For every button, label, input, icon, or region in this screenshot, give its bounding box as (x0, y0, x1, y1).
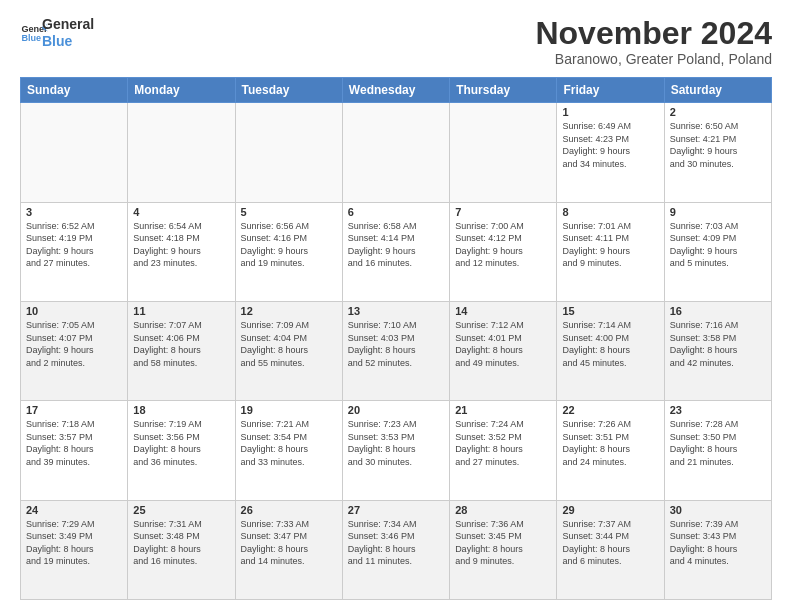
calendar-cell: 25Sunrise: 7:31 AM Sunset: 3:48 PM Dayli… (128, 500, 235, 599)
header-day: Thursday (450, 78, 557, 103)
cell-info: Sunrise: 7:26 AM Sunset: 3:51 PM Dayligh… (562, 418, 658, 468)
page: General Blue General Blue November 2024 … (0, 0, 792, 612)
calendar-cell: 11Sunrise: 7:07 AM Sunset: 4:06 PM Dayli… (128, 301, 235, 400)
day-number: 23 (670, 404, 766, 416)
day-number: 27 (348, 504, 444, 516)
calendar-cell: 29Sunrise: 7:37 AM Sunset: 3:44 PM Dayli… (557, 500, 664, 599)
day-number: 30 (670, 504, 766, 516)
cell-info: Sunrise: 7:10 AM Sunset: 4:03 PM Dayligh… (348, 319, 444, 369)
day-number: 2 (670, 106, 766, 118)
day-number: 16 (670, 305, 766, 317)
cell-info: Sunrise: 7:33 AM Sunset: 3:47 PM Dayligh… (241, 518, 337, 568)
day-number: 29 (562, 504, 658, 516)
calendar-cell (128, 103, 235, 202)
calendar-cell: 6Sunrise: 6:58 AM Sunset: 4:14 PM Daylig… (342, 202, 449, 301)
calendar-cell: 2Sunrise: 6:50 AM Sunset: 4:21 PM Daylig… (664, 103, 771, 202)
calendar-cell: 20Sunrise: 7:23 AM Sunset: 3:53 PM Dayli… (342, 401, 449, 500)
calendar-cell: 23Sunrise: 7:28 AM Sunset: 3:50 PM Dayli… (664, 401, 771, 500)
calendar-cell (450, 103, 557, 202)
header-day: Tuesday (235, 78, 342, 103)
cell-info: Sunrise: 7:12 AM Sunset: 4:01 PM Dayligh… (455, 319, 551, 369)
day-number: 26 (241, 504, 337, 516)
day-number: 9 (670, 206, 766, 218)
header: General Blue General Blue November 2024 … (20, 16, 772, 67)
subtitle: Baranowo, Greater Poland, Poland (535, 51, 772, 67)
day-number: 12 (241, 305, 337, 317)
cell-info: Sunrise: 6:49 AM Sunset: 4:23 PM Dayligh… (562, 120, 658, 170)
cell-info: Sunrise: 7:00 AM Sunset: 4:12 PM Dayligh… (455, 220, 551, 270)
logo-line1: General (42, 16, 94, 33)
calendar-week-row: 3Sunrise: 6:52 AM Sunset: 4:19 PM Daylig… (21, 202, 772, 301)
calendar-table: SundayMondayTuesdayWednesdayThursdayFrid… (20, 77, 772, 600)
header-day: Sunday (21, 78, 128, 103)
day-number: 6 (348, 206, 444, 218)
calendar-cell (235, 103, 342, 202)
calendar-cell: 4Sunrise: 6:54 AM Sunset: 4:18 PM Daylig… (128, 202, 235, 301)
svg-text:Blue: Blue (21, 33, 41, 43)
cell-info: Sunrise: 7:07 AM Sunset: 4:06 PM Dayligh… (133, 319, 229, 369)
month-title: November 2024 (535, 16, 772, 51)
header-day: Friday (557, 78, 664, 103)
header-day: Wednesday (342, 78, 449, 103)
cell-info: Sunrise: 7:31 AM Sunset: 3:48 PM Dayligh… (133, 518, 229, 568)
day-number: 28 (455, 504, 551, 516)
cell-info: Sunrise: 7:28 AM Sunset: 3:50 PM Dayligh… (670, 418, 766, 468)
cell-info: Sunrise: 7:34 AM Sunset: 3:46 PM Dayligh… (348, 518, 444, 568)
calendar-cell: 16Sunrise: 7:16 AM Sunset: 3:58 PM Dayli… (664, 301, 771, 400)
cell-info: Sunrise: 6:54 AM Sunset: 4:18 PM Dayligh… (133, 220, 229, 270)
calendar-cell (342, 103, 449, 202)
calendar-cell: 27Sunrise: 7:34 AM Sunset: 3:46 PM Dayli… (342, 500, 449, 599)
calendar-week-row: 17Sunrise: 7:18 AM Sunset: 3:57 PM Dayli… (21, 401, 772, 500)
calendar-cell (21, 103, 128, 202)
calendar-week-row: 24Sunrise: 7:29 AM Sunset: 3:49 PM Dayli… (21, 500, 772, 599)
day-number: 18 (133, 404, 229, 416)
calendar-cell: 8Sunrise: 7:01 AM Sunset: 4:11 PM Daylig… (557, 202, 664, 301)
calendar-cell: 18Sunrise: 7:19 AM Sunset: 3:56 PM Dayli… (128, 401, 235, 500)
day-number: 8 (562, 206, 658, 218)
cell-info: Sunrise: 7:23 AM Sunset: 3:53 PM Dayligh… (348, 418, 444, 468)
cell-info: Sunrise: 6:58 AM Sunset: 4:14 PM Dayligh… (348, 220, 444, 270)
header-day: Saturday (664, 78, 771, 103)
calendar-cell: 30Sunrise: 7:39 AM Sunset: 3:43 PM Dayli… (664, 500, 771, 599)
cell-info: Sunrise: 7:36 AM Sunset: 3:45 PM Dayligh… (455, 518, 551, 568)
calendar-cell: 21Sunrise: 7:24 AM Sunset: 3:52 PM Dayli… (450, 401, 557, 500)
day-number: 25 (133, 504, 229, 516)
day-number: 14 (455, 305, 551, 317)
calendar-week-row: 10Sunrise: 7:05 AM Sunset: 4:07 PM Dayli… (21, 301, 772, 400)
day-number: 10 (26, 305, 122, 317)
cell-info: Sunrise: 7:01 AM Sunset: 4:11 PM Dayligh… (562, 220, 658, 270)
cell-info: Sunrise: 7:18 AM Sunset: 3:57 PM Dayligh… (26, 418, 122, 468)
calendar-cell: 26Sunrise: 7:33 AM Sunset: 3:47 PM Dayli… (235, 500, 342, 599)
calendar-cell: 22Sunrise: 7:26 AM Sunset: 3:51 PM Dayli… (557, 401, 664, 500)
day-number: 20 (348, 404, 444, 416)
header-row: SundayMondayTuesdayWednesdayThursdayFrid… (21, 78, 772, 103)
calendar-cell: 14Sunrise: 7:12 AM Sunset: 4:01 PM Dayli… (450, 301, 557, 400)
cell-info: Sunrise: 7:24 AM Sunset: 3:52 PM Dayligh… (455, 418, 551, 468)
day-number: 24 (26, 504, 122, 516)
calendar-cell: 12Sunrise: 7:09 AM Sunset: 4:04 PM Dayli… (235, 301, 342, 400)
day-number: 7 (455, 206, 551, 218)
calendar-cell: 10Sunrise: 7:05 AM Sunset: 4:07 PM Dayli… (21, 301, 128, 400)
day-number: 11 (133, 305, 229, 317)
logo-line2: Blue (42, 33, 94, 50)
cell-info: Sunrise: 7:16 AM Sunset: 3:58 PM Dayligh… (670, 319, 766, 369)
header-day: Monday (128, 78, 235, 103)
cell-info: Sunrise: 7:05 AM Sunset: 4:07 PM Dayligh… (26, 319, 122, 369)
cell-info: Sunrise: 6:52 AM Sunset: 4:19 PM Dayligh… (26, 220, 122, 270)
day-number: 1 (562, 106, 658, 118)
calendar-cell: 15Sunrise: 7:14 AM Sunset: 4:00 PM Dayli… (557, 301, 664, 400)
day-number: 15 (562, 305, 658, 317)
cell-info: Sunrise: 7:39 AM Sunset: 3:43 PM Dayligh… (670, 518, 766, 568)
cell-info: Sunrise: 7:37 AM Sunset: 3:44 PM Dayligh… (562, 518, 658, 568)
calendar-cell: 5Sunrise: 6:56 AM Sunset: 4:16 PM Daylig… (235, 202, 342, 301)
cell-info: Sunrise: 7:19 AM Sunset: 3:56 PM Dayligh… (133, 418, 229, 468)
calendar-cell: 9Sunrise: 7:03 AM Sunset: 4:09 PM Daylig… (664, 202, 771, 301)
calendar-cell: 24Sunrise: 7:29 AM Sunset: 3:49 PM Dayli… (21, 500, 128, 599)
calendar-cell: 17Sunrise: 7:18 AM Sunset: 3:57 PM Dayli… (21, 401, 128, 500)
day-number: 19 (241, 404, 337, 416)
calendar-week-row: 1Sunrise: 6:49 AM Sunset: 4:23 PM Daylig… (21, 103, 772, 202)
cell-info: Sunrise: 6:56 AM Sunset: 4:16 PM Dayligh… (241, 220, 337, 270)
calendar-cell: 3Sunrise: 6:52 AM Sunset: 4:19 PM Daylig… (21, 202, 128, 301)
day-number: 3 (26, 206, 122, 218)
cell-info: Sunrise: 7:14 AM Sunset: 4:00 PM Dayligh… (562, 319, 658, 369)
